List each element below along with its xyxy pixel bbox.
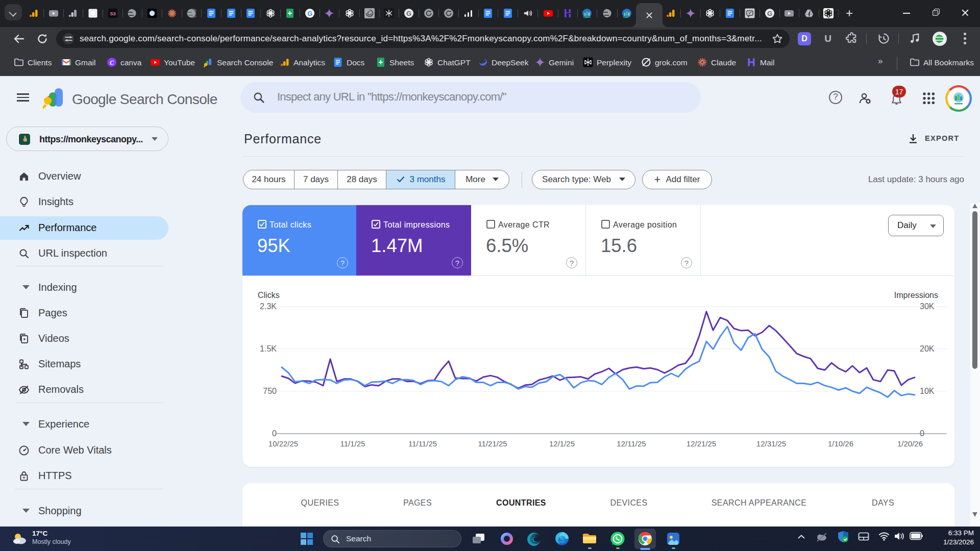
svg-text:G: G	[307, 10, 312, 17]
svg-text:12/1/25: 12/1/25	[549, 439, 575, 448]
svg-text:30K: 30K	[920, 302, 935, 311]
svg-text:Impressions: Impressions	[894, 291, 938, 299]
svg-text:Keywords: Keywords	[583, 16, 591, 18]
svg-text:1.5K: 1.5K	[260, 344, 277, 353]
svg-text:G: G	[406, 10, 411, 17]
svg-text:12/31/25: 12/31/25	[756, 439, 786, 448]
svg-text:1/20/26: 1/20/26	[897, 439, 923, 448]
svg-text:C: C	[110, 59, 114, 66]
svg-text:11/21/25: 11/21/25	[478, 439, 507, 448]
svg-text:12/11/25: 12/11/25	[617, 439, 646, 448]
svg-text:1/10/26: 1/10/26	[828, 439, 853, 448]
svg-text:20K: 20K	[920, 344, 935, 353]
svg-text:11/11/25: 11/11/25	[408, 439, 437, 448]
svg-text:0: 0	[920, 429, 924, 438]
svg-text:0: 0	[272, 429, 277, 438]
svg-text:S3: S3	[110, 11, 115, 16]
svg-text:750: 750	[263, 387, 277, 395]
svg-text:Clicks: Clicks	[258, 291, 280, 299]
svg-text:G: G	[767, 10, 772, 17]
svg-text:2.3K: 2.3K	[260, 302, 277, 311]
svg-text:10K: 10K	[920, 387, 935, 395]
svg-text:10/22/25: 10/22/25	[268, 439, 298, 448]
svg-text:11/1/25: 11/1/25	[340, 439, 365, 448]
svg-text:12/21/25: 12/21/25	[687, 439, 716, 448]
